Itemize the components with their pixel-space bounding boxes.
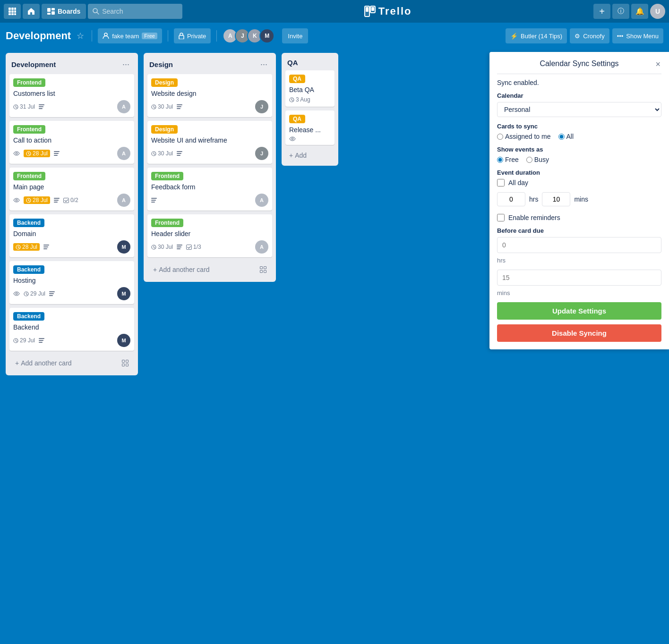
list-menu-btn-design[interactable]: ··· [257,59,270,70]
butler-btn[interactable]: ⚡ Butler (14 Tips) [506,28,567,43]
list-header-qa: QA [285,57,334,70]
search-input[interactable] [102,8,178,15]
mins-input[interactable] [542,192,570,206]
svg-rect-25 [39,106,43,107]
star-btn[interactable]: ☆ [75,29,86,43]
card-website-ui[interactable]: Design Website UI and wireframe 30 Jul J [147,121,272,164]
add-card-btn-qa[interactable]: + Add [285,149,334,162]
reminders-checkbox[interactable] [497,214,505,221]
calendar-select[interactable]: Personal Work Other [497,102,661,117]
enable-reminders-option[interactable]: Enable reminders [497,214,661,221]
svg-rect-35 [54,200,59,201]
reminder-hrs-input[interactable] [497,237,661,253]
card-desc-2 [54,151,60,156]
trello-logo: Trello [184,5,592,17]
svg-rect-37 [64,198,69,203]
update-settings-btn[interactable]: Update Settings [497,302,661,320]
card-footer-d3: A [151,194,268,207]
butler-icon: ⚡ [510,33,518,40]
reminder-mins-input[interactable] [497,270,661,286]
card-call-to-action[interactable]: Frontend Call to action 28 Jul A [9,121,134,164]
svg-rect-6 [9,13,11,15]
card-desc-d4 [177,245,182,249]
svg-rect-11 [47,13,51,15]
radio-free[interactable]: Free [497,156,519,163]
svg-rect-45 [49,293,54,294]
list-menu-btn-development[interactable]: ··· [120,59,132,70]
card-title-beta-qa: Beta QA [289,86,331,93]
search-bar[interactable] [88,4,182,19]
card-customers-list[interactable]: Frontend Customers list 31 Jul A [9,74,134,117]
svg-rect-2 [14,8,16,10]
card-desc-d2 [177,151,182,156]
svg-rect-7 [11,13,14,15]
team-btn[interactable]: fake team Free [98,28,162,43]
home-icon-btn[interactable] [23,4,40,19]
add-card-label-qa: Add [295,152,307,159]
sync-status: Sync enabled. [497,79,661,86]
member-avatar-4[interactable]: M [259,28,274,43]
invite-btn[interactable]: Invite [282,28,308,43]
card-due-q1: 3 Aug [289,96,310,103]
show-menu-btn[interactable]: ••• Show Menu [612,28,663,43]
card-website-design[interactable]: Design Website design 30 Jul J [147,74,272,117]
card-label-qa-1: QA [289,75,305,83]
busy-label: Busy [534,156,549,163]
disable-syncing-btn[interactable]: Disable Syncing [497,324,661,342]
radio-all-input[interactable] [558,134,565,140]
svg-rect-73 [264,267,266,269]
add-btn[interactable]: + [593,4,610,19]
user-avatar[interactable]: U [650,4,665,19]
radio-busy[interactable]: Busy [526,156,549,163]
boards-btn[interactable]: Boards [42,4,86,19]
privacy-btn[interactable]: Private [174,28,211,43]
before-card-due-label: Before card due [497,227,661,234]
svg-rect-26 [39,108,43,109]
calendar-label: Calendar [497,92,661,99]
card-feedback-form[interactable]: Frontend Feedback form A [147,168,272,211]
svg-rect-10 [51,8,55,10]
radio-assigned-input[interactable] [497,134,503,140]
svg-rect-22 [179,35,184,39]
svg-rect-64 [151,200,156,201]
nav-right: + ⓘ 🔔 U [593,4,665,19]
show-events-group: Free Busy [497,156,661,163]
card-avatar-2: A [117,147,130,160]
add-card-btn-development[interactable]: + Add another card [11,356,132,370]
info-btn[interactable]: ⓘ [612,4,629,19]
card-title-website-design: Website design [151,90,268,97]
card-title-header-slider: Header slider [151,230,268,237]
card-meta-d1: 30 Jul [151,103,182,110]
card-desc-4 [43,245,49,249]
svg-rect-39 [43,245,49,246]
grid-icon-btn[interactable] [4,4,21,19]
list-development: Development ··· Frontend Customers list … [6,53,138,375]
svg-rect-5 [14,10,16,13]
card-beta-qa[interactable]: QA Beta QA 3 Aug [285,70,334,107]
card-header-slider[interactable]: Frontend Header slider 30 Jul 1/3 [147,214,272,257]
radio-all[interactable]: All [558,133,574,140]
card-domain[interactable]: Backend Domain 28 Jul M [9,214,134,257]
card-release[interactable]: QA Release ... [285,110,334,145]
radio-free-input[interactable] [497,157,503,163]
svg-rect-34 [54,198,60,199]
card-main-page[interactable]: Frontend Main page 28 Jul [9,168,134,211]
card-title-release: Release ... [289,126,331,134]
card-hosting[interactable]: Backend Hosting 29 Jul M [9,261,134,304]
all-day-option[interactable]: All day [497,179,661,186]
add-card-btn-design[interactable]: + Add another card [149,263,270,276]
svg-rect-24 [39,104,44,105]
radio-busy-input[interactable] [526,157,532,163]
card-watch-2 [13,151,20,156]
svg-line-14 [97,12,99,14]
bell-btn[interactable]: 🔔 [631,4,648,19]
panel-close-btn[interactable]: × [654,59,661,70]
cronofy-btn[interactable]: ⚙ Cronofy [570,28,609,43]
card-meta-2: 28 Jul [13,150,60,157]
reminder-hrs-label: hrs [497,257,661,264]
svg-rect-0 [9,8,11,10]
all-day-checkbox[interactable] [497,179,505,186]
hrs-input[interactable] [497,192,525,206]
radio-assigned-to-me[interactable]: Assigned to me [497,133,551,140]
card-backend[interactable]: Backend Backend 29 Jul M [9,308,134,351]
